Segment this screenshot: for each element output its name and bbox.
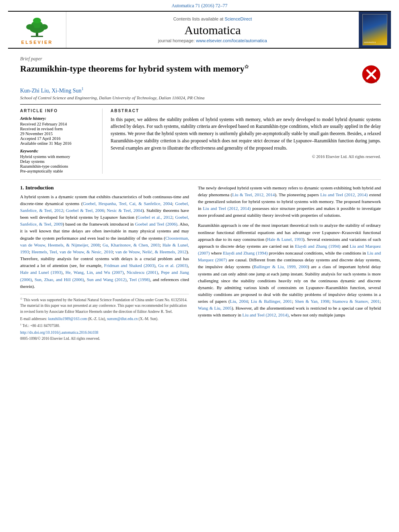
keyword-1: Hybrid systems with memory	[20, 154, 97, 159]
received-revised-label: Received in revised form	[20, 127, 97, 131]
keywords-label: Keywords:	[20, 149, 97, 153]
journal-title: Automatica	[185, 23, 241, 37]
svg-point-5	[26, 24, 34, 30]
intro-heading: 1. Introduction	[20, 185, 189, 191]
crossmark-icon: CrossMark	[362, 65, 381, 84]
elsevier-tree-icon	[19, 15, 55, 39]
paper-body: Brief paper Razumikhin-type theorems for…	[0, 49, 399, 345]
right-para2: Razumikhin approach is one of the most i…	[198, 222, 381, 318]
homepage-line: journal homepage: www.elsevier.com/locat…	[158, 38, 267, 43]
svg-point-6	[40, 24, 48, 30]
received-revised-date: 29 November 2015	[20, 131, 97, 136]
footnote-area: ✩ This work was supported by the Nationa…	[20, 294, 189, 341]
brief-paper-label: Brief paper	[20, 56, 381, 62]
top-bar: Automatica 71 (2016) 72–77	[0, 0, 399, 11]
journal-citation: Automatica 71 (2016) 72–77	[172, 3, 228, 8]
tel-footnote: 1 Tel.: +86 411 84707580.	[20, 322, 189, 329]
journal-header: ELSEVIER Contents lists available at Sci…	[8, 11, 391, 49]
history-label: Article history:	[20, 116, 97, 121]
author-kunzhi[interactable]: Kun-Zhi Liu	[20, 88, 49, 94]
authors-line: Kun-Zhi Liu, Xi-Ming Sun1	[20, 86, 381, 94]
email-xms-link[interactable]: sunxm@dlut.edu.cn	[107, 317, 138, 321]
email-footnote: E-mail addresses: kunzhiliu1989@163.com …	[20, 316, 189, 322]
journal-cover-image: automatica	[359, 12, 391, 48]
journal-center-info: Contents lists available at ScienceDirec…	[66, 12, 359, 48]
article-info-heading: ARTICLE INFO	[20, 109, 97, 113]
affiliation: School of Control Science and Engineerin…	[20, 95, 381, 100]
star-footnote: ✩ This work was supported by the Nationa…	[20, 297, 189, 314]
sciencedirect-link[interactable]: ScienceDirect	[224, 16, 252, 21]
right-para1: The newly developed hybrid system with m…	[198, 185, 381, 219]
available-online: Available online 31 May 2016	[20, 141, 97, 146]
keyword-3: Razumikhin-type conditions	[20, 164, 97, 168]
elsevier-wordmark: ELSEVIER	[21, 40, 53, 45]
received-1: Received 22 February 2014	[20, 122, 97, 126]
accepted: Accepted 17 April 2016	[20, 136, 97, 141]
elsevier-logo-area: ELSEVIER	[8, 12, 66, 48]
svg-text:CrossMark: CrossMark	[365, 80, 377, 83]
abstract-panel: ABSTRACT In this paper, we address the s…	[111, 109, 381, 174]
author-ximing[interactable]: Xi-Ming Sun	[51, 88, 81, 94]
keyword-4: Pre-asymptotically stable	[20, 169, 97, 173]
svg-rect-1	[31, 36, 43, 37]
copyright-line: © 2016 Elsevier Ltd. All rights reserved…	[111, 154, 381, 159]
right-column: The newly developed hybrid system with m…	[198, 185, 381, 341]
svg-point-4	[33, 18, 41, 23]
paper-title: Razumikhin-type theorems for hybrid syst…	[20, 63, 249, 75]
abstract-text: In this paper, we address the stability …	[111, 116, 381, 152]
issn-footnote: 0005-1098/© 2016 Elsevier Ltd. All right…	[20, 336, 189, 341]
contents-line: Contents lists available at ScienceDirec…	[173, 16, 252, 21]
article-info-panel: ARTICLE INFO Article history: Received 2…	[20, 109, 103, 174]
left-column: 1. Introduction A hybrid system is a dyn…	[20, 185, 189, 341]
main-content: 1. Introduction A hybrid system is a dyn…	[20, 179, 381, 341]
doi-footnote: http://dx.doi.org/10.1016/j.automatica.2…	[20, 330, 189, 335]
homepage-url[interactable]: www.elsevier.com/locate/automatica	[196, 38, 267, 43]
abstract-heading: ABSTRACT	[111, 109, 381, 113]
intro-para1: A hybrid system is a dynamic system that…	[20, 193, 189, 290]
email-kzl-link[interactable]: kunzhiliu1989@163.com	[48, 317, 87, 321]
keyword-2: Delay systems	[20, 159, 97, 164]
doi-link[interactable]: http://dx.doi.org/10.1016/j.automatica.2…	[20, 331, 98, 335]
info-abstract-row: ARTICLE INFO Article history: Received 2…	[20, 104, 381, 174]
